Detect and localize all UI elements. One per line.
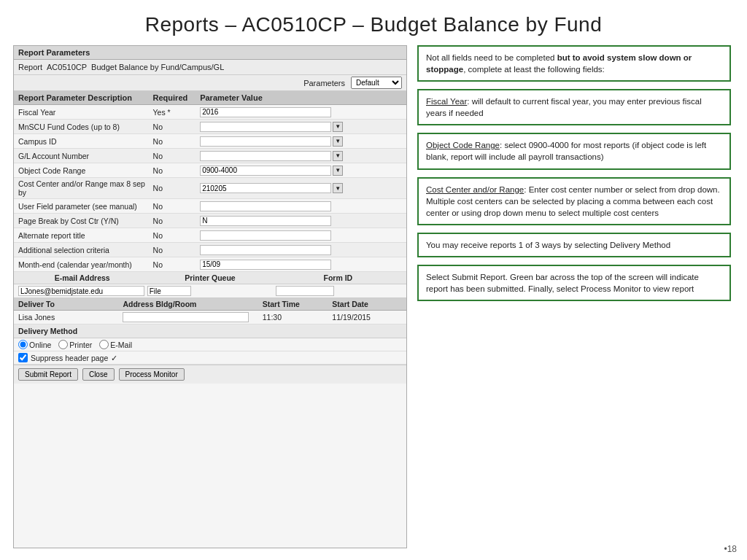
report-title-row: Report AC0510CP Budget Balance by Fund/C… <box>14 60 406 75</box>
annotation-2-text: Fiscal Year: will default to current fis… <box>426 97 702 117</box>
param-dropdown-btn-5[interactable]: ▼ <box>333 183 343 193</box>
annotation-3-text: Object Code Range: select 0900-4000 for … <box>426 141 706 161</box>
deliver-time-value: 11:30 <box>263 313 333 322</box>
page-title: Reports – AC0510CP – Budget Balance by F… <box>0 0 747 45</box>
param-input-10[interactable] <box>200 260 331 270</box>
radio-online-input[interactable] <box>18 340 28 349</box>
radio-printer[interactable]: Printer <box>58 340 92 349</box>
delivery-method-label: Delivery Method <box>14 324 406 338</box>
param-req-6: No <box>153 202 201 211</box>
param-desc-10: Month-end (calendar year/month) <box>18 260 153 269</box>
param-req-7: No <box>153 217 201 225</box>
param-input-2[interactable] <box>200 136 331 147</box>
params-label-row: Parameters Default <box>14 75 406 91</box>
email-section-header: E-mail Address Printer Queue Form ID <box>14 272 406 284</box>
param-input-4[interactable] <box>200 166 331 176</box>
deliver-name-value: Lisa Jones <box>18 313 123 322</box>
email-values-row <box>14 284 406 298</box>
param-input-7[interactable] <box>200 216 331 226</box>
annotation-5: You may receive reports 1 of 3 ways by s… <box>417 233 731 257</box>
col-required: Required <box>153 93 201 102</box>
annotation-1: Not all fields need to be completed but … <box>417 45 731 82</box>
form-id-col <box>276 286 402 296</box>
suppress-label: Suppress header page <box>31 354 108 362</box>
param-dropdown-btn-1[interactable]: ▼ <box>333 122 343 132</box>
submit-report-button[interactable]: Submit Report <box>18 368 78 381</box>
deliver-to-values: Lisa Jones 11:30 11/19/2015 <box>14 311 406 324</box>
param-desc-8: Alternate report title <box>18 231 153 240</box>
annotation-6: Select Submit Report. Green bar across t… <box>417 265 731 301</box>
annotation-2: Fiscal Year: will default to current fis… <box>417 89 731 125</box>
email-col-label: E-mail Address <box>18 273 146 282</box>
report-label: Report <box>18 63 42 71</box>
param-row: Object Code RangeNo▼ <box>14 163 406 178</box>
deliver-address-value <box>123 312 262 322</box>
radio-online[interactable]: Online <box>18 340 51 349</box>
annotation-1-text: Not all fields need to be completed but … <box>426 53 692 74</box>
params-label: Parameters <box>303 79 345 88</box>
param-req-10: No <box>153 260 201 269</box>
param-req-9: No <box>153 246 201 254</box>
deliver-name-label: Deliver To <box>18 300 123 308</box>
deliver-time-label: Start Time <box>263 300 333 308</box>
deliver-date-value: 11/19/2015 <box>332 313 402 322</box>
report-parameters-panel: Report Parameters Report AC0510CP Budget… <box>13 45 407 548</box>
page-number: •18 <box>724 544 737 554</box>
param-input-9[interactable] <box>200 245 331 255</box>
deliver-date-label: Start Date <box>332 300 402 308</box>
param-input-1[interactable] <box>200 122 331 132</box>
col-description: Report Parameter Description <box>18 93 153 102</box>
printer-queue-input[interactable] <box>147 286 191 296</box>
radio-printer-input[interactable] <box>58 340 68 349</box>
param-input-6[interactable] <box>200 201 331 211</box>
param-req-4: No <box>153 166 201 175</box>
radio-email-label: E-Mail <box>110 341 132 349</box>
radio-email[interactable]: E-Mail <box>99 340 132 349</box>
printer-col-label: Printer Queue <box>146 273 274 282</box>
param-val-5: ▼ <box>200 183 402 193</box>
param-input-0[interactable] <box>200 107 331 117</box>
param-row: Page Break by Cost Ctr (Y/N)No <box>14 214 406 228</box>
param-desc-0: Fiscal Year <box>18 108 153 117</box>
param-input-8[interactable] <box>200 230 331 241</box>
param-desc-5: Cost Center and/or Range max 8 sep by <box>18 179 153 197</box>
table-header: Report Parameter Description Required Pa… <box>14 91 406 105</box>
radio-email-input[interactable] <box>99 340 109 349</box>
col-value: Parameter Value <box>200 93 402 102</box>
suppress-checkbox[interactable] <box>18 353 28 362</box>
close-button[interactable]: Close <box>82 368 115 381</box>
process-monitor-button[interactable]: Process Monitor <box>119 368 185 381</box>
radio-printer-label: Printer <box>69 341 92 349</box>
param-row: G/L Account NumberNo▼ <box>14 149 406 163</box>
email-address-input[interactable] <box>18 286 144 296</box>
report-description: Budget Balance by Fund/Campus/GL <box>91 63 224 71</box>
form-id-input[interactable] <box>276 286 334 296</box>
annotation-4-text: Cost Center and/or Range: Enter cost cen… <box>426 185 720 217</box>
param-req-0: Yes * <box>153 108 201 117</box>
param-req-1: No <box>153 122 201 131</box>
param-dropdown-btn-4[interactable]: ▼ <box>333 166 343 176</box>
annotation-5-text: You may receive reports 1 of 3 ways by s… <box>426 241 670 249</box>
action-buttons: Submit Report Close Process Monitor <box>14 365 406 384</box>
param-input-3[interactable] <box>200 151 331 161</box>
param-row: Campus IDNo▼ <box>14 134 406 149</box>
deliver-to-header: Deliver To Address Bldg/Room Start Time … <box>14 298 406 311</box>
param-rows-container: Fiscal YearYes *MnSCU Fund Codes (up to … <box>14 105 406 272</box>
param-dropdown-btn-2[interactable]: ▼ <box>333 136 343 147</box>
annotation-6-text: Select Submit Report. Green bar across t… <box>426 273 699 293</box>
param-val-3: ▼ <box>200 151 402 161</box>
annotations-panel: Not all fields need to be completed but … <box>417 45 734 548</box>
formid-col-label: Form ID <box>274 273 402 282</box>
param-req-8: No <box>153 231 201 240</box>
deliver-address-label: Address Bldg/Room <box>123 300 262 308</box>
param-val-2: ▼ <box>200 136 402 147</box>
param-dropdown-btn-3[interactable]: ▼ <box>333 151 343 161</box>
param-desc-1: MnSCU Fund Codes (up to 8) <box>18 122 153 131</box>
param-row: User Field parameter (see manual)No <box>14 199 406 214</box>
param-req-2: No <box>153 137 201 146</box>
deliver-address-input[interactable] <box>123 312 248 322</box>
params-default-select[interactable]: Default <box>351 77 402 89</box>
param-row: Cost Center and/or Range max 8 sep byNo▼ <box>14 178 406 199</box>
delivery-method-radios: Online Printer E-Mail <box>14 338 406 351</box>
param-input-5[interactable] <box>200 183 331 193</box>
